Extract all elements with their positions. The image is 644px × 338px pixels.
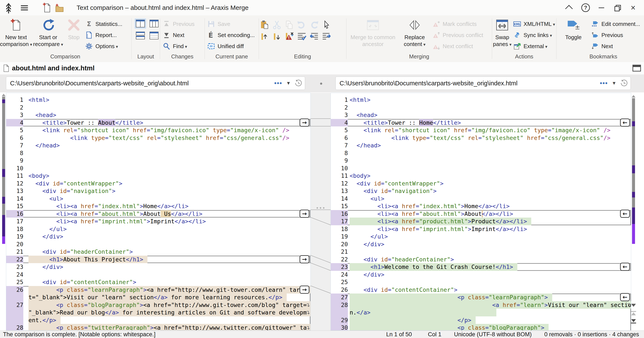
select-pointer-button[interactable] — [322, 20, 331, 30]
merge-to-common-ancestor-button[interactable]: Merge to common ancestor — [347, 17, 398, 48]
code-line-7[interactable]: 7 </head> — [331, 142, 631, 149]
copy-change-to-right-button[interactable]: → — [300, 255, 310, 263]
code-line-11[interactable]: 11<body> — [6, 172, 310, 180]
code-line-22[interactable]: 22 <div id="headerContainer"> — [331, 256, 631, 263]
stop-button[interactable]: Stop — [64, 17, 84, 41]
next-conflict-button[interactable]: !Next conflict — [431, 41, 485, 52]
close-icon[interactable]: × — [625, 2, 641, 14]
layout-stacked-rows-button[interactable] — [148, 30, 160, 41]
layout-three-panes-button[interactable] — [148, 18, 160, 29]
cut-button[interactable] — [272, 20, 282, 30]
code-line-18[interactable]: 18 <li><a href="imprint.html">Imprint</a… — [331, 225, 631, 233]
right-file-history-icon[interactable] — [620, 79, 628, 87]
left-code-pane[interactable]: 1<html>23 <head>4 <title>Tower :: About<… — [6, 93, 311, 330]
next-insertion-point-button[interactable] — [272, 32, 282, 41]
browse-right-icon[interactable]: ••• — [600, 80, 608, 87]
code-line-10[interactable]: 10 — [6, 164, 310, 172]
undo-button[interactable] — [297, 20, 306, 30]
toggle-bookmark-button[interactable]: ±Toggle — [557, 17, 590, 41]
code-line-2[interactable]: 2 — [6, 104, 310, 112]
minimize-icon[interactable] — [594, 2, 609, 14]
layout-two-panes-button[interactable] — [134, 18, 146, 29]
find-button[interactable]: Find▾ — [161, 41, 196, 52]
code-line-26[interactable]: 26 <p class="learnParagraph"><a href="ht… — [6, 286, 310, 294]
code-line-30[interactable]: 30 <p class="blogParagraph"> — [331, 324, 631, 330]
left-change-overview-strip[interactable] — [2, 93, 6, 330]
code-line-25[interactable]: 25 <div id="contentContainer"> — [6, 278, 310, 286]
code-line-6[interactable]: 6 <link type="text/css" rel="stylesheet"… — [6, 134, 310, 142]
code-line-2[interactable]: 2 — [331, 104, 631, 112]
code-line-24[interactable]: 24 — [6, 271, 310, 278]
code-line-10[interactable]: 10 — [331, 164, 631, 172]
swap-panes-button[interactable]: Swap panes▾ — [493, 17, 512, 48]
code-line-19[interactable]: 19 </div> — [6, 233, 310, 240]
copy-change-to-left-button[interactable]: ← — [620, 293, 630, 301]
code-line-4[interactable]: 4 <title>Tower :: Home</title>← — [331, 119, 631, 127]
code-line-5[interactable]: 5 <link rel="shortcut icon" href="img/fa… — [6, 126, 310, 134]
report-button[interactable]: Report... — [84, 30, 124, 41]
code-line-16[interactable]: 16 <li><a href="about.html">About</a></l… — [331, 210, 631, 218]
comparison-tab[interactable]: about.html and index.html — [12, 64, 94, 72]
code-line-24[interactable]: 24 </div> — [331, 271, 631, 278]
right-file-path-field[interactable]: C:\Users\brunobrito\Documents\carparts-w… — [336, 76, 631, 90]
previous-bookmark-button[interactable]: Previous — [590, 30, 642, 41]
code-line-1[interactable]: 1<html> — [331, 96, 631, 104]
start-or-recompare-button[interactable]: Start or recompare▾ — [32, 17, 64, 48]
copy-change-to-left-button[interactable]: ← — [620, 210, 630, 218]
accept-lines-button[interactable] — [297, 32, 306, 41]
code-line-9[interactable]: 9 — [6, 157, 310, 164]
sync-links-button[interactable]: Sync links▾ — [512, 30, 557, 41]
code-line-25[interactable]: 25 — [331, 278, 631, 286]
code-line-6[interactable]: 6 <link type="text/css" rel="stylesheet"… — [331, 134, 631, 142]
code-line-wrap[interactable]: t="_blank">Visit our "learn" section</a>… — [6, 294, 310, 301]
right-path-dropdown-icon[interactable]: ▼ — [612, 80, 616, 86]
code-line-23[interactable]: 23 </div> — [6, 263, 310, 271]
code-line-wrap[interactable]: ent.</p> — [6, 316, 310, 324]
right-previous-change-icon[interactable] — [631, 311, 636, 315]
code-line-14[interactable]: 14 <ul> — [6, 195, 310, 202]
code-line-21[interactable]: 21 <div id="headerContainer"> — [6, 248, 310, 256]
copy-change-to-left-button[interactable]: ← — [620, 118, 630, 127]
maximize-pane-icon[interactable] — [632, 64, 642, 72]
right-next-change-icon[interactable] — [631, 319, 636, 324]
code-line-21[interactable]: 21 — [331, 248, 631, 256]
code-line-11[interactable]: 11<body> — [331, 172, 631, 180]
copy-button[interactable] — [284, 20, 294, 30]
code-line-13[interactable]: 13 <div id="navigation"> — [6, 187, 310, 195]
code-line-wrap[interactable]: "_blank">Read our blog</a> for interesti… — [6, 309, 310, 316]
status-encoding[interactable]: Unicode (UTF-8 without BOM) — [454, 331, 532, 338]
code-line-5[interactable]: 5 <link rel="shortcut icon" href="img/fa… — [331, 126, 631, 134]
left-file-path-field[interactable]: C:\Users\brunobrito\Documents\carparts-w… — [6, 76, 305, 90]
code-line-22[interactable]: 22 <h1>About This Project</h1>→ — [6, 256, 310, 263]
code-line-23[interactable]: 23 <h1>Welcome to the Git Crash Course!<… — [331, 263, 631, 271]
shift-lines-left-button[interactable] — [310, 32, 319, 41]
paste-button[interactable] — [260, 20, 269, 30]
code-line-28[interactable]: 28 <p class="twitterParagraph"><a href="… — [6, 324, 310, 330]
code-line-7[interactable]: 7 </head> — [6, 142, 310, 149]
code-line-8[interactable]: 8 — [6, 149, 310, 157]
code-line-3[interactable]: 3 <head> — [331, 111, 631, 119]
replace-content-button[interactable]: Replace content▾ — [398, 17, 431, 48]
statistics-button[interactable]: ΣStatistics... — [84, 18, 124, 30]
copy-change-to-right-button[interactable]: → — [300, 286, 310, 294]
layout-stacked-two-button[interactable] — [134, 30, 146, 41]
code-line-12[interactable]: 12 <div id="contentWrapper"> — [6, 180, 310, 188]
code-line-26[interactable]: 26 <div id="contentContainer"> — [331, 286, 631, 294]
right-change-overview-strip[interactable] — [632, 93, 636, 330]
code-line-19[interactable]: 19 </ul> — [331, 233, 631, 240]
code-line-14[interactable]: 14 <ul> — [331, 195, 631, 202]
mark-conflicts-button[interactable]: !Mark conflicts — [431, 18, 485, 30]
code-line-18[interactable]: 18 </ul> — [6, 225, 310, 233]
code-line-4[interactable]: 4 <title>Tower :: About</title>→ — [6, 119, 310, 127]
restore-window-icon[interactable] — [609, 2, 625, 14]
collapse-ribbon-icon[interactable] — [562, 2, 578, 14]
previous-insertion-point-button[interactable] — [260, 32, 269, 41]
code-line-17[interactable]: 17 <li><a href="product.html">Product</a… — [331, 218, 631, 225]
code-line-27[interactable]: 27 <p class="learnParagraph">← — [331, 294, 631, 301]
code-line-20[interactable]: 20 </div> — [331, 240, 631, 248]
code-line-1[interactable]: 1<html> — [6, 96, 310, 104]
code-line-12[interactable]: 12 <div id="contentWrapper"> — [331, 180, 631, 188]
redo-button[interactable] — [310, 20, 319, 30]
browse-left-icon[interactable]: ••• — [274, 80, 282, 87]
right-scroll-down-icon[interactable] — [631, 304, 636, 307]
